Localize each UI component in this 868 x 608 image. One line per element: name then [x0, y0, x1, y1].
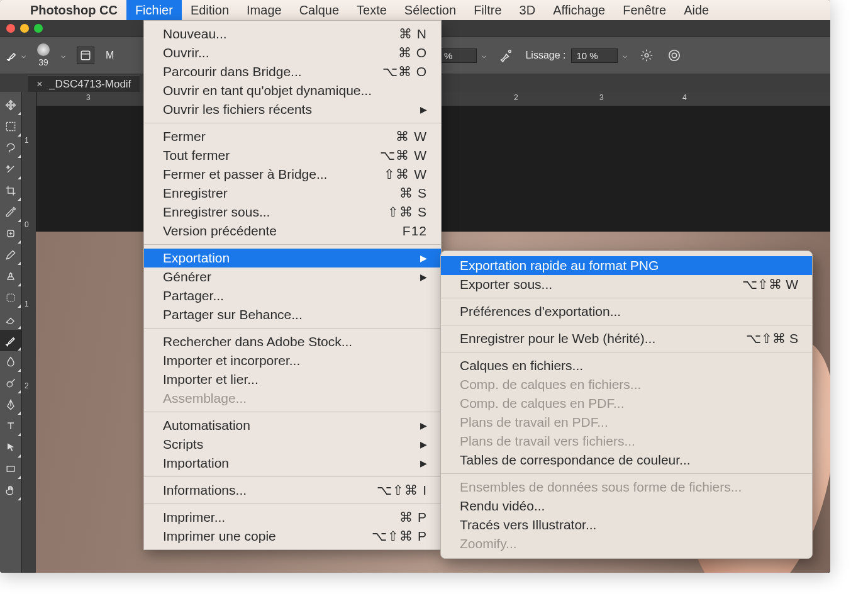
export-submenu-item[interactable]: Tracés vers Illustrator... [441, 515, 812, 534]
menu-edition[interactable]: Edition [182, 0, 238, 20]
rectangle-tool[interactable] [0, 458, 21, 480]
file-menu-item[interactable]: Parcourir dans Bridge...⌥⌘ O [144, 62, 441, 81]
menu-aide[interactable]: Aide [675, 0, 718, 20]
clone-stamp-tool[interactable] [0, 266, 21, 287]
menu-separator [441, 473, 812, 474]
export-submenu-item[interactable]: Calques en fichiers... [441, 356, 812, 375]
ruler-tick: 1 [25, 300, 29, 308]
eraser-tool[interactable] [0, 308, 21, 330]
file-menu-item[interactable]: Importer et incorporer... [144, 351, 441, 370]
menu-item-label: Parcourir dans Bridge... [163, 64, 302, 79]
menu-shortcut: ⇧⌘ W [384, 167, 427, 182]
export-submenu-item[interactable]: Tables de correspondance de couleur... [441, 451, 812, 470]
svg-point-1 [509, 50, 511, 53]
menu-3d[interactable]: 3D [511, 0, 545, 20]
file-menu-item[interactable]: Version précédenteF12 [144, 222, 441, 240]
menu-texte[interactable]: Texte [348, 0, 396, 20]
file-menu-item[interactable]: Enregistrer sous...⇧⌘ S [144, 203, 441, 222]
menu-item-label: Fermer [163, 129, 206, 144]
menu-separator [144, 504, 441, 504]
type-tool[interactable] [0, 415, 21, 437]
move-tool[interactable] [0, 94, 21, 116]
eyedropper-tool[interactable] [0, 201, 21, 223]
file-menu-item[interactable]: Tout fermer⌥⌘ W [144, 146, 441, 165]
magic-wand-tool[interactable] [0, 159, 21, 180]
menu-item-label: Assemblage... [163, 391, 247, 406]
patch-tool[interactable] [0, 287, 21, 308]
dodge-tool[interactable] [0, 373, 21, 394]
menu-item-label: Importer et incorporer... [163, 353, 300, 368]
ruler-vertical[interactable]: 1 0 1 2 [22, 92, 36, 573]
healing-brush-tool[interactable] [0, 223, 21, 244]
blur-tool[interactable] [0, 351, 21, 373]
document-tab[interactable]: × _DSC4713-Modif [28, 75, 140, 93]
marquee-tool[interactable] [0, 116, 21, 137]
file-menu-item[interactable]: Scripts▶ [144, 435, 441, 454]
minimize-window-icon[interactable] [20, 24, 29, 33]
menu-fichier[interactable]: Fichier [126, 0, 182, 20]
file-menu-item[interactable]: Exportation▶ [144, 249, 441, 267]
mode-selector[interactable]: M [106, 50, 114, 61]
ruler-tick: 4 [682, 93, 687, 102]
maximize-window-icon[interactable] [34, 24, 43, 33]
file-menu-item[interactable]: Automatisation▶ [144, 416, 441, 435]
file-menu-item[interactable]: Enregistrer⌘ S [144, 184, 441, 203]
lissage-value-input[interactable]: 10 % [571, 48, 618, 63]
export-submenu-item[interactable]: Préférences d'exportation... [441, 302, 812, 321]
file-menu-item[interactable]: Fermer⌘ W [144, 127, 441, 146]
file-menu-item[interactable]: Fermer et passer à Bridge...⇧⌘ W [144, 165, 441, 184]
brush-settings-panel-button[interactable] [77, 47, 94, 64]
hand-tool[interactable] [0, 480, 21, 501]
document-tab-label: _DSC4713-Modif [49, 78, 131, 91]
close-window-icon[interactable] [6, 24, 15, 33]
file-menu-item[interactable]: Ouvrir...⌘ O [144, 43, 441, 62]
brush-tool[interactable] [0, 330, 21, 351]
file-menu-item[interactable]: Ouvrir en tant qu'objet dynamique... [144, 81, 441, 100]
menu-shortcut: ⌘ W [396, 129, 427, 144]
export-submenu-item[interactable]: Rendu vidéo... [441, 497, 812, 515]
svg-rect-5 [6, 122, 14, 130]
menu-item-label: Fermer et passer à Bridge... [163, 167, 327, 182]
file-menu-item[interactable]: Partager sur Behance... [144, 305, 441, 324]
file-menu-item[interactable]: Importer et lier... [144, 370, 441, 389]
submenu-arrow-icon: ▶ [420, 104, 427, 115]
file-menu-item[interactable]: Partager... [144, 286, 441, 305]
menu-image[interactable]: Image [238, 0, 291, 20]
menu-calque[interactable]: Calque [291, 0, 348, 20]
menu-filtre[interactable]: Filtre [465, 0, 510, 20]
file-menu-item[interactable]: Rechercher dans Adobe Stock... [144, 332, 441, 351]
menu-separator [144, 476, 441, 477]
menu-item-label: Plans de travail en PDF... [460, 415, 608, 430]
export-submenu-item[interactable]: Exportation rapide au format PNG [441, 256, 812, 275]
brush-preset-picker[interactable]: 39 [37, 43, 50, 67]
menu-item-label: Tables de correspondance de couleur... [460, 453, 691, 468]
crop-tool[interactable] [0, 180, 21, 201]
menu-affichage[interactable]: Affichage [544, 0, 614, 20]
chevron-down-icon[interactable]: ⌵ [482, 51, 486, 60]
airbrush-toggle-icon[interactable] [498, 47, 514, 64]
chevron-down-icon[interactable]: ⌵ [61, 51, 65, 60]
file-menu-item[interactable]: Générer▶ [144, 267, 441, 286]
menu-item-label: Version précédente [163, 223, 277, 239]
close-tab-icon[interactable]: × [36, 78, 43, 91]
current-tool-indicator[interactable]: ⌵ [6, 50, 26, 61]
file-menu-item[interactable]: Informations...⌥⇧⌘ I [144, 481, 441, 500]
file-menu-item[interactable]: Imprimer...⌘ P [144, 508, 441, 527]
menu-fenetre[interactable]: Fenêtre [614, 0, 675, 20]
pen-tool[interactable] [0, 394, 21, 415]
menu-item-label: Imprimer une copie [163, 529, 276, 544]
file-menu-item[interactable]: Importation▶ [144, 454, 441, 473]
pressure-opacity-icon[interactable] [666, 47, 682, 64]
chevron-down-icon[interactable]: ⌵ [623, 51, 627, 60]
file-menu-item[interactable]: Nouveau...⌘ N [144, 25, 441, 43]
file-menu-item[interactable]: Imprimer une copie⌥⇧⌘ P [144, 527, 441, 546]
pencil-tool[interactable] [0, 244, 21, 266]
path-select-tool[interactable] [0, 437, 21, 458]
smoothing-settings-gear-icon[interactable] [638, 47, 655, 64]
menu-selection[interactable]: Sélection [396, 0, 465, 20]
export-submenu-item[interactable]: Enregistrer pour le Web (hérité)...⌥⇧⌘ S [441, 329, 812, 348]
file-menu-item[interactable]: Ouvrir les fichiers récents▶ [144, 100, 441, 119]
lasso-tool[interactable] [0, 137, 21, 159]
menu-shortcut: ⌥⇧⌘ W [742, 277, 798, 292]
export-submenu-item[interactable]: Exporter sous...⌥⇧⌘ W [441, 275, 812, 294]
